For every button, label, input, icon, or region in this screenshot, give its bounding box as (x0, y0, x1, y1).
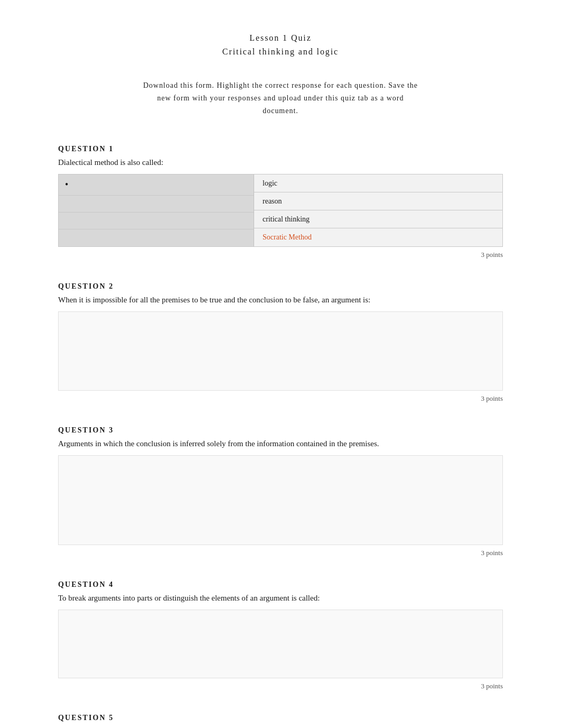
option-1-bullet: • (59, 174, 254, 196)
question-1-options: • logic reason critical thinking Socrati… (58, 174, 503, 247)
bullet-dot: • (65, 178, 68, 192)
question-1-options-left: • (59, 174, 254, 246)
question-3-answer-area (58, 455, 503, 545)
question-4-points: 3 points (58, 681, 503, 692)
question-4-answer-area (58, 610, 503, 678)
question-1-block: QUESTION 1 Dialectical method is also ca… (58, 143, 503, 260)
question-3-block: QUESTION 3 Arguments in which the conclu… (58, 425, 503, 558)
quiz-header: Lesson 1 Quiz Critical thinking and logi… (58, 32, 503, 58)
question-1-label: QUESTION 1 (58, 143, 503, 154)
question-3-points: 3 points (58, 548, 503, 558)
q1-option-reason: reason (254, 192, 502, 210)
question-5-text: When an argument has a valid form AND al… (58, 725, 503, 728)
question-2-points: 3 points (58, 393, 503, 404)
page-container: Lesson 1 Quiz Critical thinking and logi… (0, 0, 561, 728)
question-2-answer-area (58, 311, 503, 391)
question-5-label: QUESTION 5 (58, 712, 503, 723)
option-1-left-3 (59, 213, 254, 229)
q1-option-critical: critical thinking (254, 210, 502, 228)
option-1-left-4 (59, 229, 254, 246)
question-5-block: QUESTION 5 When an argument has a valid … (58, 712, 503, 728)
q1-option-socratic: Socratic Method (254, 228, 502, 246)
question-4-block: QUESTION 4 To break arguments into parts… (58, 579, 503, 691)
question-3-text: Arguments in which the conclusion is inf… (58, 438, 503, 450)
question-1-points: 3 points (58, 250, 503, 260)
question-1-text: Dialectical method is also called: (58, 156, 503, 169)
question-4-label: QUESTION 4 (58, 579, 503, 590)
question-2-text: When it is impossible for all the premis… (58, 294, 503, 306)
question-3-label: QUESTION 3 (58, 425, 503, 436)
quiz-subtitle: Critical thinking and logic (58, 45, 503, 58)
quiz-instructions: Download this form. Highlight the correc… (58, 79, 503, 117)
q1-option-logic: logic (254, 174, 502, 192)
question-2-block: QUESTION 2 When it is impossible for all… (58, 281, 503, 403)
quiz-title: Lesson 1 Quiz (58, 32, 503, 44)
question-4-text: To break arguments into parts or disting… (58, 592, 503, 604)
question-1-options-right: logic reason critical thinking Socratic … (254, 174, 502, 246)
question-2-label: QUESTION 2 (58, 281, 503, 292)
option-1-left-2 (59, 196, 254, 213)
